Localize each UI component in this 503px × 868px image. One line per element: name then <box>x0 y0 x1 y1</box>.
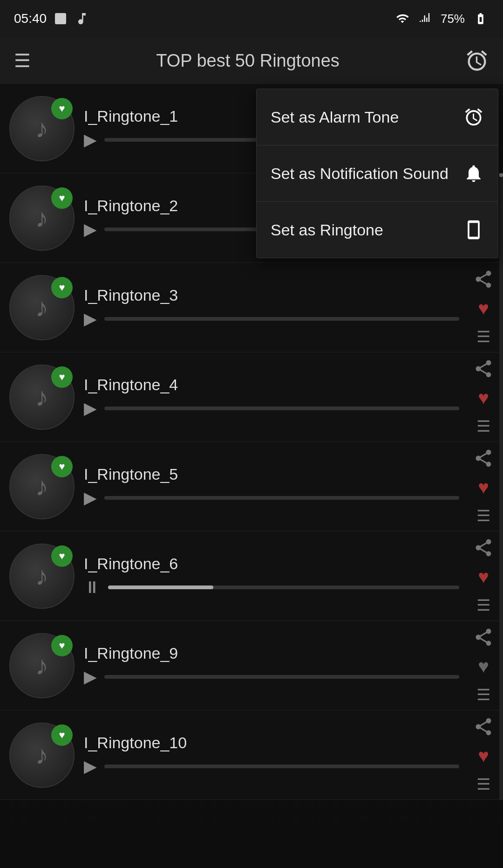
ringtone-row-8: ♪ ♥ I_Ringtone_10 ▶ ♥ <box>0 710 503 800</box>
year-badge-8: ♥ <box>51 724 73 746</box>
phone-frame: 05:40 75% ☰ <box>0 0 503 868</box>
signal-icon <box>418 12 433 25</box>
ringtone-row-6: ♪ ♥ I_Ringtone_6 ⏸ ♥ <box>0 531 503 621</box>
dropdown-menu: Set as Alarm Tone Set as Notification So… <box>256 89 498 258</box>
dropdown-phone-icon <box>463 220 484 240</box>
play-button-1[interactable]: ▶ <box>84 130 97 150</box>
like-icon-4[interactable]: ♥ <box>478 387 489 408</box>
ringtone-row-4: ♪ ♥ I_Ringtone_4 ▶ ♥ <box>0 352 503 442</box>
thumbnail-5: ♪ ♥ <box>9 454 75 519</box>
dropdown-bell-icon <box>463 163 484 184</box>
thumbnail-3: ♪ ♥ <box>9 275 75 340</box>
row-controls-5: ▶ <box>84 488 459 508</box>
row-actions-8: ♥ ☰ <box>469 716 494 793</box>
year-badge-1: ♥ <box>51 98 73 119</box>
time-display: 05:40 <box>14 11 47 26</box>
share-icon-7[interactable] <box>473 627 494 648</box>
photo-icon <box>53 11 68 26</box>
share-icon-8[interactable] <box>473 716 494 737</box>
play-button-4[interactable]: ▶ <box>84 399 97 418</box>
share-icon-4[interactable] <box>473 358 494 379</box>
share-icon-6[interactable] <box>473 537 494 558</box>
row-controls-4: ▶ <box>84 399 459 418</box>
like-icon-8[interactable]: ♥ <box>478 745 489 766</box>
row-controls-6: ⏸ <box>84 578 459 597</box>
queue-icon-5[interactable]: ☰ <box>476 506 490 525</box>
queue-icon-6[interactable]: ☰ <box>476 596 490 614</box>
queue-icon-7[interactable]: ☰ <box>476 685 490 704</box>
dropdown-item-notification[interactable]: Set as Notification Sound <box>257 145 498 202</box>
like-icon-7[interactable]: ♥ <box>478 656 489 677</box>
thumbnail-7: ♪ ♥ <box>9 633 75 698</box>
status-right: 75% <box>394 12 489 26</box>
year-badge-6: ♥ <box>51 545 73 567</box>
ringtone-row: ♪ ♥ I_Ringtone_1 ▶ <box>0 84 503 173</box>
dropdown-alarm-icon <box>463 107 484 127</box>
like-icon-6[interactable]: ♥ <box>478 566 489 587</box>
dropdown-item-ringtone[interactable]: Set as Ringtone <box>257 202 498 258</box>
menu-button[interactable]: ☰ <box>14 50 31 71</box>
play-button-8[interactable]: ▶ <box>84 757 97 776</box>
progress-bar-6 <box>108 586 459 589</box>
music-status-icon <box>75 11 89 26</box>
status-left: 05:40 <box>14 11 89 26</box>
row-content-3: I_Ringtone_3 ▶ <box>84 286 459 329</box>
thumbnail-1: ♪ ♥ <box>9 96 75 161</box>
dropdown-ringtone-label: Set as Ringtone <box>271 221 383 239</box>
row-content-7: I_Ringtone_9 ▶ <box>84 644 459 687</box>
thumbnail-4: ♪ ♥ <box>9 365 75 430</box>
row-actions-6: ♥ ☰ <box>469 537 494 614</box>
queue-icon-4[interactable]: ☰ <box>476 417 490 435</box>
row-controls-7: ▶ <box>84 667 459 687</box>
queue-icon-8[interactable]: ☰ <box>476 775 490 793</box>
row-content-4: I_Ringtone_4 ▶ <box>84 376 459 418</box>
progress-bar-7 <box>104 675 459 679</box>
play-button-3[interactable]: ▶ <box>84 309 97 329</box>
thumbnail-6: ♪ ♥ <box>9 544 75 609</box>
alarm-icon[interactable] <box>465 48 489 73</box>
share-icon-3[interactable] <box>473 269 494 289</box>
year-badge-2: ♥ <box>51 187 73 209</box>
dropdown-item-alarm[interactable]: Set as Alarm Tone <box>257 89 498 145</box>
progress-bar-3 <box>104 317 459 321</box>
ringtone-row-5: ♪ ♥ I_Ringtone_5 ▶ ♥ <box>0 442 503 531</box>
pause-button-6[interactable]: ⏸ <box>84 578 101 597</box>
row-actions-4: ♥ ☰ <box>469 358 494 435</box>
ringtone-list: ♪ ♥ I_Ringtone_1 ▶ <box>0 84 503 800</box>
row-controls-8: ▶ <box>84 757 459 776</box>
play-button-5[interactable]: ▶ <box>84 488 97 508</box>
row-controls-3: ▶ <box>84 309 459 329</box>
play-button-2[interactable]: ▶ <box>84 220 97 239</box>
scrollbar[interactable] <box>499 84 503 800</box>
ringtone-title-7: I_Ringtone_9 <box>84 644 459 662</box>
battery-icon <box>472 12 489 25</box>
row-content-6: I_Ringtone_6 ⏸ <box>84 555 459 597</box>
like-icon-5[interactable]: ♥ <box>478 477 489 498</box>
progress-bar-4 <box>104 406 459 410</box>
row-actions-3: ♥ ☰ <box>469 269 494 346</box>
dropdown-alarm-label: Set as Alarm Tone <box>271 108 399 126</box>
ringtone-row-7: ♪ ♥ I_Ringtone_9 ▶ ♥ <box>0 621 503 710</box>
year-badge-7: ♥ <box>51 635 73 656</box>
dropdown-notification-label: Set as Notification Sound <box>271 165 449 183</box>
row-actions-5: ♥ ☰ <box>469 448 494 525</box>
row-content-8: I_Ringtone_10 ▶ <box>84 734 459 776</box>
ringtone-title-4: I_Ringtone_4 <box>84 376 459 394</box>
progress-bar-8 <box>104 765 459 768</box>
like-icon-3[interactable]: ♥ <box>478 298 489 319</box>
play-button-7[interactable]: ▶ <box>84 667 97 687</box>
row-content-5: I_Ringtone_5 ▶ <box>84 465 459 508</box>
wifi-icon <box>394 12 411 25</box>
share-icon-5[interactable] <box>473 448 494 468</box>
status-bar: 05:40 75% <box>0 0 503 37</box>
progress-bar-5 <box>104 496 459 500</box>
year-badge-3: ♥ <box>51 277 73 298</box>
app-bar: ☰ TOP best 50 Ringtones <box>0 37 503 84</box>
thumbnail-2: ♪ ♥ <box>9 186 75 251</box>
row-actions-7: ♥ ☰ <box>469 627 494 704</box>
queue-icon-3[interactable]: ☰ <box>476 327 490 346</box>
ringtone-title-5: I_Ringtone_5 <box>84 465 459 483</box>
app-title: TOP best 50 Ringtones <box>156 51 340 71</box>
year-badge-5: ♥ <box>51 456 73 477</box>
ringtone-title-3: I_Ringtone_3 <box>84 286 459 304</box>
